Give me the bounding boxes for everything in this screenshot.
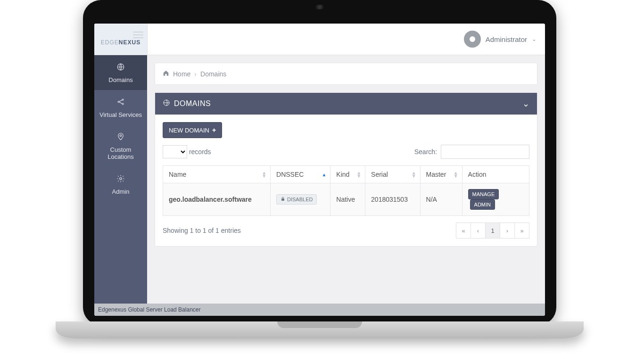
- user-name: Administrator: [486, 35, 527, 43]
- brand-logo: EDGENEXUS: [98, 39, 143, 47]
- panel-title: DOMAINS: [174, 99, 211, 108]
- sidebar-item-domains[interactable]: Domains: [94, 55, 147, 90]
- sidebar-item-custom-locations[interactable]: Custom Locations: [94, 125, 147, 167]
- new-domain-label: NEW DOMAIN: [169, 127, 209, 134]
- sidebar-item-label: Custom Locations: [107, 146, 134, 160]
- svg-point-4: [120, 135, 122, 137]
- search-group: Search:: [414, 145, 529, 159]
- cell-name: geo.loadbalancer.software: [163, 183, 271, 216]
- domains-panel: DOMAINS ⌄ NEW DOMAIN +: [155, 92, 537, 247]
- app-footer: Edgenexus Global Server Load Balancer: [94, 304, 545, 316]
- globe-icon: [96, 63, 145, 74]
- domains-table: Name ▲▼ DNSSEC ▲: [163, 165, 529, 216]
- stage: EDGENEXUS Administrator ⌄: [0, 0, 644, 362]
- table-info: Showing 1 to 1 of 1 entries: [163, 227, 241, 234]
- records-label: records: [189, 148, 211, 156]
- app-root: EDGENEXUS Administrator ⌄: [94, 24, 545, 316]
- globe-icon: [163, 99, 170, 108]
- sidebar-item-admin[interactable]: Admin: [94, 167, 147, 202]
- col-action: Action: [462, 166, 529, 183]
- cell-action: MANAGE ADMIN: [462, 183, 529, 216]
- svg-point-2: [122, 99, 124, 100]
- svg-point-5: [120, 178, 122, 180]
- brand-part2: NEXUS: [119, 39, 140, 46]
- breadcrumb-separator: ›: [194, 70, 197, 78]
- svg-point-1: [118, 101, 119, 103]
- col-dnssec[interactable]: DNSSEC ▲: [271, 166, 330, 183]
- search-label: Search:: [414, 148, 437, 156]
- length-control: records: [163, 145, 211, 158]
- table-row: geo.loadbalancer.software DISABLED: [163, 183, 529, 216]
- panel-header: DOMAINS ⌄: [155, 93, 537, 115]
- brand-part1: EDGE: [101, 39, 119, 46]
- content-area: Home › Domains DOMAINS: [147, 55, 545, 304]
- cell-dnssec: DISABLED: [271, 183, 330, 216]
- sidebar-item-label: Admin: [112, 188, 130, 195]
- home-icon: [163, 70, 169, 78]
- sidebar-item-label: Virtual Services: [99, 111, 142, 118]
- cell-kind: Native: [330, 183, 365, 216]
- map-pin-icon: [96, 132, 145, 143]
- col-serial[interactable]: Serial ▲▼: [365, 166, 420, 183]
- laptop-screen: EDGENEXUS Administrator ⌄: [94, 24, 545, 316]
- col-kind[interactable]: Kind ▲▼: [330, 166, 365, 183]
- breadcrumb-current: Domains: [200, 70, 226, 78]
- laptop-base: [56, 321, 584, 338]
- menu-toggle-icon[interactable]: [133, 32, 143, 38]
- page-first[interactable]: «: [456, 222, 471, 239]
- chevron-down-icon: ⌄: [532, 36, 537, 42]
- sidebar: Domains Virtual Services C: [94, 55, 147, 304]
- panel-body: NEW DOMAIN + records Search:: [155, 115, 537, 246]
- logo-area: EDGENEXUS: [94, 24, 148, 55]
- body-row: Domains Virtual Services C: [94, 55, 545, 304]
- sidebar-item-label: Domains: [108, 76, 132, 83]
- collapse-icon[interactable]: ⌄: [522, 99, 530, 109]
- svg-point-3: [122, 103, 124, 105]
- page-prev[interactable]: ‹: [471, 222, 486, 239]
- table-footer: Showing 1 to 1 of 1 entries « ‹ 1 › »: [163, 222, 529, 239]
- user-menu[interactable]: Administrator ⌄: [464, 31, 537, 48]
- lock-icon: [281, 197, 285, 202]
- laptop-notch: [277, 321, 362, 328]
- page-current[interactable]: 1: [486, 222, 500, 239]
- breadcrumb-home[interactable]: Home: [173, 70, 190, 78]
- topbar: EDGENEXUS Administrator ⌄: [94, 24, 545, 55]
- col-master[interactable]: Master ▲▼: [420, 166, 462, 183]
- dnssec-badge[interactable]: DISABLED: [276, 194, 317, 205]
- pagination: « ‹ 1 › »: [456, 222, 529, 239]
- page-length-select[interactable]: [163, 145, 187, 158]
- cell-master: N/A: [420, 183, 462, 216]
- laptop-camera: [315, 5, 324, 9]
- cell-serial: 2018031503: [365, 183, 420, 216]
- new-domain-button[interactable]: NEW DOMAIN +: [163, 122, 222, 138]
- table-header-row: Name ▲▼ DNSSEC ▲: [163, 166, 529, 183]
- gear-icon: [96, 174, 145, 185]
- page-next[interactable]: ›: [500, 222, 515, 239]
- share-icon: [96, 98, 145, 108]
- col-name[interactable]: Name ▲▼: [163, 166, 271, 183]
- search-input[interactable]: [441, 145, 529, 159]
- page-last[interactable]: »: [515, 222, 529, 239]
- manage-button[interactable]: MANAGE: [468, 189, 499, 199]
- breadcrumb: Home › Domains: [155, 63, 537, 85]
- admin-button[interactable]: ADMIN: [470, 199, 495, 210]
- table-controls: records Search:: [163, 145, 529, 159]
- sidebar-item-virtual-services[interactable]: Virtual Services: [94, 90, 147, 125]
- laptop-frame: EDGENEXUS Administrator ⌄: [83, 0, 556, 325]
- plus-icon: +: [212, 126, 216, 134]
- avatar-icon: [464, 31, 481, 48]
